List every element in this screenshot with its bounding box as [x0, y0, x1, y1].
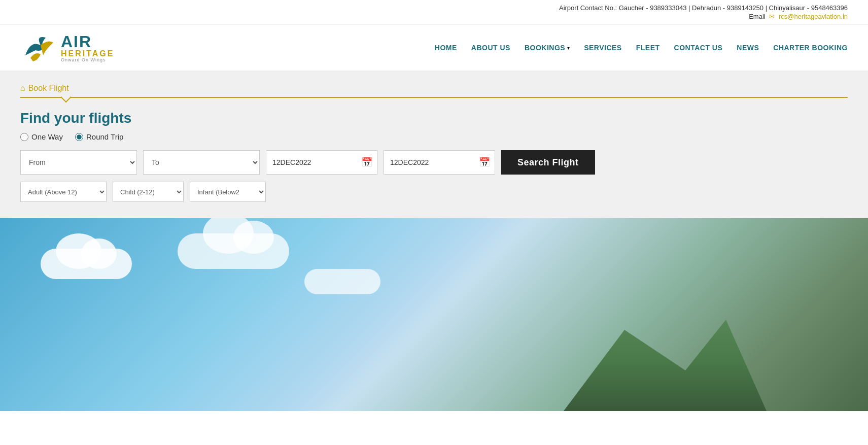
- hero-background: [0, 218, 868, 411]
- cloud-3: [304, 269, 380, 294]
- cloud-2: [178, 233, 289, 269]
- search-flight-button[interactable]: Search Flight: [501, 150, 595, 175]
- cloud-1: [41, 249, 132, 279]
- logo-heritage: HERITAGE: [61, 50, 114, 58]
- logo-air: AIR: [61, 33, 114, 50]
- return-date-wrap: 📅: [384, 150, 495, 175]
- one-way-text: One Way: [31, 132, 63, 141]
- contact-info: Airport Contact No.: Gaucher - 938933304…: [20, 4, 848, 12]
- round-trip-text: Round Trip: [86, 132, 123, 141]
- nav-about[interactable]: ABOUT US: [471, 44, 510, 52]
- logo-text: AIR HERITAGE Onward On Wings: [61, 33, 114, 62]
- email-line: Email ✉ rcs@heritageaviation.in: [20, 13, 848, 20]
- email-icon: ✉: [769, 13, 775, 20]
- header: AIR HERITAGE Onward On Wings HOME ABOUT …: [0, 25, 868, 72]
- nav: HOME ABOUT US BOOKINGS ▾ SERVICES FLEET …: [435, 44, 848, 52]
- depart-date-wrap: 📅: [266, 150, 377, 175]
- logo-tagline: Onward On Wings: [61, 58, 114, 62]
- gold-chevron-icon: [61, 96, 71, 102]
- nav-fleet[interactable]: FLEET: [636, 44, 660, 52]
- nav-services[interactable]: SERVICES: [584, 44, 622, 52]
- to-select[interactable]: To: [143, 150, 260, 175]
- nav-news[interactable]: NEWS: [737, 44, 759, 52]
- return-date-input[interactable]: [384, 150, 495, 175]
- nav-bookings[interactable]: BOOKINGS ▾: [525, 44, 570, 52]
- content-area: ⌂ Book Flight Find your flights One Way …: [0, 72, 868, 218]
- search-heading: Find your flights: [20, 110, 848, 126]
- hero-image: [0, 218, 868, 411]
- search-row: From To 📅 📅 Search Flight: [20, 150, 848, 175]
- nav-charter[interactable]: CHARTER BOOKING: [773, 44, 848, 52]
- trip-type-selector: One Way Round Trip: [20, 132, 848, 141]
- passenger-row: Adult (Above 12) 1 Adult 2 Adults 3 Adul…: [20, 182, 848, 202]
- email-link[interactable]: rcs@heritageaviation.in: [779, 13, 848, 20]
- infant-select[interactable]: Infant (Below2 1 Infant 2 Infants: [190, 182, 266, 202]
- home-icon: ⌂: [20, 84, 25, 93]
- round-trip-label[interactable]: Round Trip: [75, 132, 123, 141]
- gold-divider: [20, 97, 848, 98]
- bookings-dropdown-arrow: ▾: [567, 45, 570, 51]
- depart-date-input[interactable]: [266, 150, 377, 175]
- top-bar: Airport Contact No.: Gaucher - 938933304…: [0, 0, 868, 25]
- logo-area: AIR HERITAGE Onward On Wings: [20, 30, 114, 65]
- nav-bookings-link[interactable]: BOOKINGS: [525, 44, 565, 52]
- one-way-label[interactable]: One Way: [20, 132, 63, 141]
- contact-numbers: Gaucher - 9389333043 | Dehradun - 938914…: [619, 4, 848, 12]
- logo-icon: [20, 30, 61, 65]
- contact-label: Airport Contact No.:: [559, 4, 617, 12]
- breadcrumb: ⌂ Book Flight: [20, 84, 848, 93]
- breadcrumb-text: Book Flight: [28, 84, 69, 93]
- email-label: Email: [749, 13, 766, 20]
- child-select[interactable]: Child (2-12) 1 Child 2 Children 3 Childr…: [113, 182, 184, 202]
- adult-select[interactable]: Adult (Above 12) 1 Adult 2 Adults 3 Adul…: [20, 182, 107, 202]
- nav-home[interactable]: HOME: [435, 44, 457, 52]
- from-select[interactable]: From: [20, 150, 137, 175]
- one-way-radio[interactable]: [20, 133, 28, 141]
- round-trip-radio[interactable]: [75, 133, 83, 141]
- nav-contact[interactable]: CONTACT US: [674, 44, 723, 52]
